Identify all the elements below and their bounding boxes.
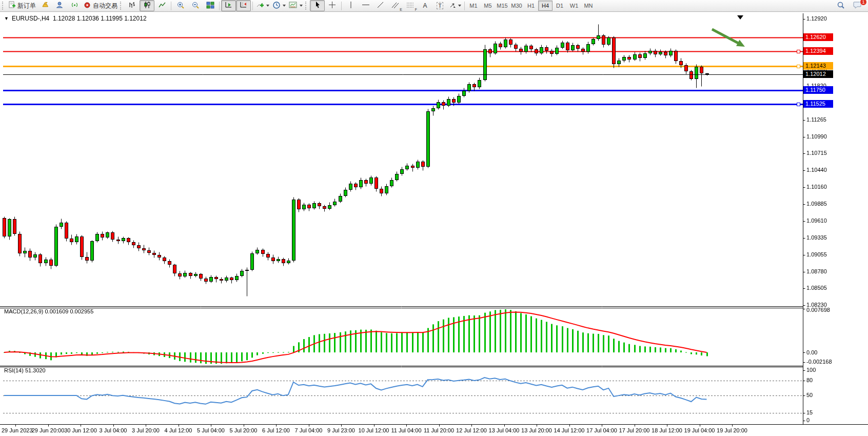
auto-trading-label: 自动交易	[93, 2, 117, 10]
clock-icon	[272, 1, 281, 11]
chevron-down-icon	[300, 5, 303, 7]
timeframe-button-D1[interactable]: D1	[553, 1, 567, 11]
timeframe-button-M5[interactable]: M5	[481, 1, 495, 11]
zoom-in-button[interactable]	[173, 0, 188, 11]
timeframe-button-H4[interactable]: H4	[538, 1, 553, 11]
toolbar-grip	[120, 2, 123, 10]
deposit-button[interactable]	[37, 0, 52, 11]
zoom-out-button[interactable]	[188, 0, 203, 11]
fibonacci-sub-label: F	[415, 8, 417, 11]
indicators-icon	[256, 1, 264, 10]
horizontal-line-tool-button[interactable]	[358, 0, 373, 11]
template-icon	[289, 1, 298, 10]
toolbar-grip	[305, 2, 308, 10]
bar-chart-button[interactable]	[125, 0, 140, 11]
text-label-tool-button[interactable]: T	[432, 0, 447, 11]
arrows-tool-icon	[449, 1, 456, 10]
community-button[interactable]	[52, 0, 67, 11]
chevron-down-icon	[283, 5, 286, 7]
channel-tool-button[interactable]: E	[388, 0, 403, 11]
auto-trading-button[interactable]: 自动交易	[82, 0, 119, 11]
candlestick-chart-button[interactable]	[140, 0, 154, 11]
new-order-button[interactable]: 新订单	[7, 0, 37, 11]
chart-shift-button[interactable]	[236, 0, 251, 11]
line-chart-icon	[158, 1, 166, 10]
cursor-icon	[314, 1, 321, 10]
toolbar-separator	[341, 2, 342, 10]
zoom-in-icon	[176, 1, 185, 11]
fibonacci-icon	[406, 1, 414, 10]
periods-button[interactable]	[271, 0, 287, 11]
tile-windows-icon	[206, 1, 214, 10]
new-order-icon	[8, 1, 16, 10]
chevron-down-icon	[458, 5, 461, 7]
toolbar-right-cluster: 1	[833, 0, 865, 11]
signal-icon	[71, 1, 78, 10]
notification-badge: 1	[860, 0, 867, 6]
vertical-line-icon	[348, 1, 354, 10]
chart-shift-icon	[240, 1, 248, 10]
person-icon	[56, 1, 64, 10]
ohlc-bars-icon	[128, 1, 136, 10]
new-order-label: 新订单	[17, 2, 36, 10]
timeframe-button-MN[interactable]: MN	[581, 1, 596, 11]
arrows-tool-button[interactable]	[447, 0, 463, 11]
auto-scroll-button[interactable]	[221, 0, 236, 11]
indicators-button[interactable]	[254, 0, 271, 11]
toolbar-grip	[2, 2, 5, 10]
signals-button[interactable]	[67, 0, 82, 11]
main-toolbar: 新订单 自动交易	[0, 0, 868, 12]
fibonacci-tool-button[interactable]: F	[403, 0, 418, 11]
timeframe-button-H1[interactable]: H1	[524, 1, 538, 11]
text-tool-icon: A	[423, 2, 427, 9]
templates-button[interactable]	[287, 0, 304, 11]
tile-windows-button[interactable]	[203, 0, 218, 11]
trendline-tool-button[interactable]	[373, 0, 388, 11]
channel-sub-label: E	[400, 8, 402, 11]
crosshair-icon	[328, 1, 336, 10]
toolbar-separator	[464, 2, 465, 10]
text-tool-button[interactable]: A	[418, 0, 432, 11]
vertical-line-tool-button[interactable]	[343, 0, 358, 11]
text-label-tool-icon: T	[437, 2, 443, 9]
candlestick-icon	[143, 1, 151, 10]
chevron-down-icon	[266, 5, 269, 7]
auto-trading-icon	[84, 1, 91, 10]
crosshair-tool-button[interactable]	[325, 0, 340, 11]
timeframe-button-W1[interactable]: W1	[567, 1, 581, 11]
chart-canvas[interactable]	[0, 12, 868, 436]
notifications-button[interactable]: 1	[850, 0, 865, 11]
timeframe-group: M1M5M15M30H1H4D1W1MN	[466, 1, 596, 11]
search-icon	[837, 1, 845, 11]
line-chart-button[interactable]	[154, 0, 169, 11]
equidistant-channel-icon	[391, 1, 399, 10]
cursor-tool-button[interactable]	[310, 0, 325, 11]
timeframe-button-M15[interactable]: M15	[495, 1, 509, 11]
toolbar-separator	[252, 2, 253, 10]
search-button[interactable]	[833, 0, 848, 11]
timeframe-button-M30[interactable]: M30	[509, 1, 524, 11]
horizontal-line-icon	[362, 1, 370, 10]
zoom-out-icon	[191, 1, 200, 11]
trendline-icon	[377, 1, 384, 10]
toolbar-separator	[219, 2, 220, 10]
gold-icon	[41, 1, 49, 10]
toolbar-separator	[171, 2, 171, 10]
auto-scroll-icon	[225, 1, 233, 10]
timeframe-button-M1[interactable]: M1	[466, 1, 481, 11]
